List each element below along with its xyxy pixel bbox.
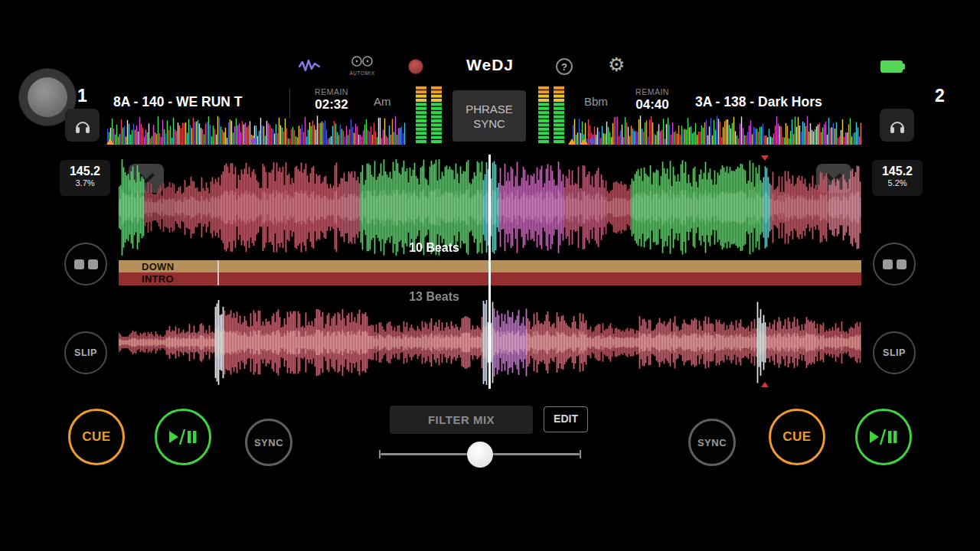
deck1-headphone-cue-button[interactable] — [65, 109, 100, 142]
deck2-remain-label: REMAIN — [624, 87, 681, 96]
phrase-boundary-tick — [217, 260, 219, 285]
deck2-remain-time: 04:40 — [624, 97, 681, 112]
deck2-position-marker2 — [580, 139, 588, 145]
deck1-remain-label: REMAIN — [303, 87, 360, 96]
deck2-tempo-display[interactable]: 145.2 5.2% — [872, 160, 923, 196]
automix-label: AUTOMIX — [345, 70, 379, 76]
cue-point-marker-top — [761, 155, 769, 161]
title-fade — [845, 92, 868, 112]
deck1-bpm: 145.2 — [60, 165, 110, 178]
deck2-play-pause-button[interactable] — [855, 409, 912, 465]
phrase-intro-label: INTRO — [142, 273, 174, 285]
pad-square-icon — [897, 259, 906, 269]
deck2-overview-waveform[interactable] — [573, 116, 861, 145]
deck1-slip-button[interactable]: SLIP — [64, 331, 107, 374]
deck2-track-title[interactable]: 3A - 138 - Dark Hors — [695, 92, 868, 112]
cue-point-marker-bottom — [761, 382, 769, 387]
automix-button[interactable]: AUTOMIX — [345, 55, 379, 78]
settings-gear-icon[interactable]: ⚙ — [608, 54, 625, 74]
phrase-sync-line1: PHRASE — [466, 103, 513, 116]
crossfader-knob[interactable] — [467, 442, 493, 468]
deck2-number: 2 — [935, 86, 945, 106]
pad-square-icon — [88, 259, 98, 269]
deck1-cue-button[interactable]: CUE — [68, 409, 125, 465]
phrase-down-label: DOWN — [142, 261, 174, 272]
deck1-level-meter — [414, 86, 443, 144]
edit-button[interactable]: EDIT — [544, 406, 588, 432]
deck2-bpm: 145.2 — [872, 165, 923, 178]
deck2-performance-pads-button[interactable] — [873, 243, 916, 285]
deck1-sync-button[interactable]: SYNC — [245, 419, 292, 466]
battery-icon — [880, 60, 908, 73]
deck2-cue-button[interactable]: CUE — [769, 409, 825, 465]
deck2-position-marker — [568, 139, 576, 145]
deck2-slip-button[interactable]: SLIP — [873, 331, 916, 374]
deck1-play-pause-button[interactable] — [155, 409, 211, 465]
filter-mix-button[interactable]: FILTER MIX — [390, 406, 533, 434]
playhead-line — [488, 155, 491, 389]
deck1-number: 1 — [77, 86, 87, 106]
deck2-time-display: REMAIN 04:40 — [624, 87, 681, 112]
phrase-sync-button[interactable]: PHRASE SYNC — [452, 90, 526, 142]
deck1-track-title[interactable]: 8A - 140 - WE RUN T — [113, 92, 288, 112]
pad-square-icon — [74, 259, 84, 269]
deck1-tempo-display[interactable]: 145.2 3.7% — [60, 160, 110, 196]
help-label: ? — [561, 61, 567, 73]
deck1-position-marker — [106, 139, 114, 145]
deck1-key: Am — [374, 95, 391, 108]
deck1-beats-count: 10 Beats — [352, 241, 459, 255]
deck1-pitch: 3.7% — [60, 178, 110, 188]
record-button[interactable] — [408, 59, 423, 74]
automix-icon — [348, 55, 376, 67]
deck2-pitch: 5.2% — [872, 178, 923, 188]
deck2-headphone-cue-button[interactable] — [880, 109, 914, 142]
deck2-level-meter — [537, 86, 566, 144]
crossfader-right-end — [580, 450, 581, 458]
header-divider — [289, 89, 290, 118]
deck2-sync-button[interactable]: SYNC — [688, 419, 736, 466]
play-pause-icon — [867, 428, 900, 446]
deck1-time-display: REMAIN 02:32 — [303, 87, 360, 112]
deck2-key: Bbm — [584, 95, 608, 108]
waveform-view-icon[interactable] — [299, 59, 320, 74]
pad-square-icon — [883, 259, 893, 269]
help-button[interactable]: ? — [556, 58, 573, 75]
phrase-sync-line2: SYNC — [473, 117, 505, 130]
play-pause-icon — [167, 428, 199, 446]
headphone-icon — [73, 117, 93, 134]
headphone-icon — [887, 117, 907, 134]
app-title: WeDJ — [429, 56, 551, 74]
deck1-remain-time: 02:32 — [303, 97, 360, 112]
wedj-app: AUTOMIX WeDJ ? ⚙ 1 8A - 140 - WE RUN T R… — [0, 0, 980, 551]
title-fade — [265, 92, 288, 112]
deck1-performance-pads-button[interactable] — [64, 243, 107, 285]
